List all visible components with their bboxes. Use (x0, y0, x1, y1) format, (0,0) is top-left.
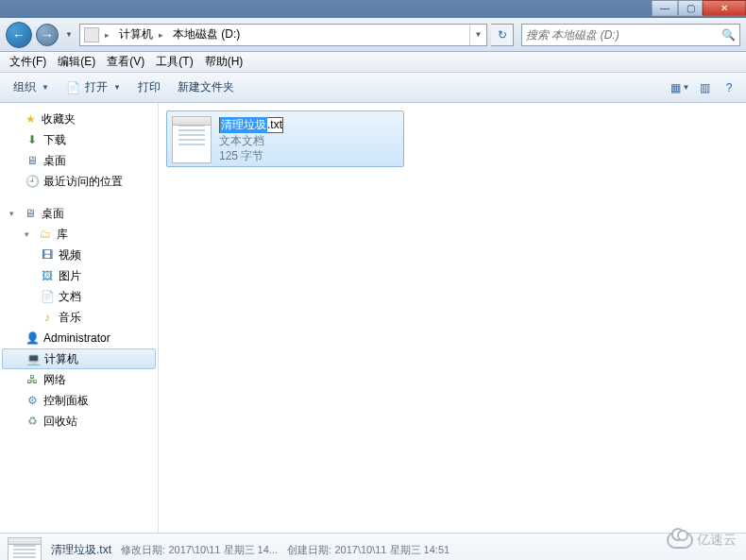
command-toolbar: 组织▼ 📄打开▼ 打印 新建文件夹 ▦▼ ▥ ? (0, 73, 746, 103)
sidebar-item-music[interactable]: ♪音乐 (0, 307, 158, 328)
watermark-text: 亿速云 (697, 532, 737, 549)
menu-bar: 文件(F) 编辑(E) 查看(V) 工具(T) 帮助(H) (0, 52, 746, 73)
sidebar-item-pictures[interactable]: 🖼图片 (0, 265, 158, 286)
nav-history-dropdown[interactable]: ▼ (62, 25, 76, 44)
search-input[interactable] (526, 28, 718, 42)
file-item-selected[interactable]: 清理垃圾.txt 文本文档 125 字节 (166, 110, 404, 167)
navigation-bar: ← → ▼ ▸ 计算机▸ 本地磁盘 (D:) ▼ ↻ 🔍 (0, 18, 746, 52)
sidebar-item-libraries[interactable]: ▾🗂库 (0, 224, 158, 245)
file-list[interactable]: 清理垃圾.txt 文本文档 125 字节 (159, 103, 746, 533)
details-modified-value: 2017\10\11 星期三 14... (168, 544, 278, 555)
desktop-icon: 🖥 (23, 206, 38, 221)
computer-icon: 💻 (25, 351, 41, 366)
address-dropdown[interactable]: ▼ (469, 25, 486, 45)
user-icon: 👤 (25, 331, 40, 346)
refresh-button[interactable]: ↻ (491, 24, 514, 46)
help-button[interactable]: ? (718, 77, 740, 98)
view-options-button[interactable]: ▦▼ (669, 77, 691, 98)
library-icon: 🗂 (38, 227, 53, 242)
video-icon: 🎞 (40, 247, 55, 263)
sidebar-item-network[interactable]: 🖧网络 (0, 369, 158, 390)
minimize-button[interactable]: — (652, 0, 678, 16)
menu-help[interactable]: 帮助(H) (199, 52, 249, 72)
recyclebin-icon: ♻ (25, 414, 40, 429)
file-rename-input[interactable]: 清理垃圾.txt (219, 117, 283, 133)
sidebar-item-videos[interactable]: 🎞视频 (0, 245, 158, 265)
address-bar[interactable]: ▸ 计算机▸ 本地磁盘 (D:) ▼ (79, 24, 487, 46)
sidebar-item-controlpanel[interactable]: ⚙控制面板 (0, 390, 158, 411)
music-icon: ♪ (40, 310, 55, 325)
document-icon: 📄 (40, 289, 55, 304)
file-type-label: 文本文档 (219, 133, 398, 148)
details-created-label: 创建日期: (287, 544, 331, 555)
back-button[interactable]: ← (6, 22, 32, 48)
recent-icon: 🕘 (25, 174, 40, 189)
drive-icon (84, 27, 99, 42)
window-titlebar: — ▢ ✕ (0, 0, 746, 18)
preview-pane-button[interactable]: ▥ (693, 77, 716, 98)
maximize-button[interactable]: ▢ (678, 0, 703, 16)
main-area: ★收藏夹 ⬇下载 🖥桌面 🕘最近访问的位置 ▾🖥桌面 ▾🗂库 🎞视频 🖼图片 📄… (0, 103, 746, 533)
file-info: 清理垃圾.txt 文本文档 125 字节 (219, 116, 398, 161)
sidebar-desktop-root[interactable]: ▾🖥桌面 (0, 203, 158, 224)
open-button[interactable]: 📄打开▼ (59, 76, 128, 99)
menu-tools[interactable]: 工具(T) (150, 52, 198, 72)
newfolder-button[interactable]: 新建文件夹 (170, 76, 242, 99)
sidebar-item-recyclebin[interactable]: ♻回收站 (0, 411, 158, 432)
search-icon[interactable]: 🔍 (721, 28, 736, 42)
textfile-icon (172, 116, 212, 163)
sidebar-item-recent[interactable]: 🕘最近访问的位置 (0, 171, 158, 192)
close-button[interactable]: ✕ (703, 0, 746, 16)
menu-view[interactable]: 查看(V) (101, 52, 150, 72)
sidebar-item-desktop[interactable]: 🖥桌面 (0, 150, 158, 171)
picture-icon: 🖼 (40, 268, 55, 283)
star-icon: ★ (23, 111, 38, 127)
forward-button[interactable]: → (36, 24, 59, 46)
details-created-value: 2017\10\11 星期三 14:51 (334, 544, 449, 555)
details-modified-label: 修改日期: (121, 544, 165, 555)
sidebar-favorites[interactable]: ★收藏夹 (0, 109, 158, 129)
window-buttons: — ▢ ✕ (652, 0, 746, 16)
menu-edit[interactable]: 编辑(E) (52, 52, 101, 72)
sidebar-item-documents[interactable]: 📄文档 (0, 286, 158, 307)
breadcrumb-computer[interactable]: 计算机▸ (115, 25, 169, 45)
sidebar-item-computer[interactable]: 💻计算机 (2, 348, 156, 369)
watermark: 亿速云 (667, 532, 737, 549)
sidebar-item-administrator[interactable]: 👤Administrator (0, 328, 158, 348)
details-pane: 清理垃圾.txt 修改日期: 2017\10\11 星期三 14... 创建日期… (0, 533, 746, 560)
controlpanel-icon: ⚙ (25, 393, 40, 408)
organize-button[interactable]: 组织▼ (6, 76, 57, 99)
breadcrumb-drive-d[interactable]: 本地磁盘 (D:) (169, 25, 244, 45)
notepad-icon: 📄 (66, 80, 81, 95)
file-rename-row: 清理垃圾.txt (219, 116, 398, 133)
desktop-icon: 🖥 (25, 153, 40, 168)
details-file-name: 清理垃圾.txt (51, 543, 111, 556)
cloud-icon (667, 532, 693, 549)
sidebar-item-downloads[interactable]: ⬇下载 (0, 129, 158, 150)
network-icon: 🖧 (25, 372, 40, 387)
file-size-label: 125 字节 (219, 148, 398, 163)
search-box[interactable]: 🔍 (521, 24, 740, 46)
print-button[interactable]: 打印 (130, 76, 168, 99)
menu-file[interactable]: 文件(F) (4, 52, 52, 72)
navigation-sidebar[interactable]: ★收藏夹 ⬇下载 🖥桌面 🕘最近访问的位置 ▾🖥桌面 ▾🗂库 🎞视频 🖼图片 📄… (0, 103, 159, 533)
details-file-icon (8, 537, 42, 560)
download-icon: ⬇ (25, 132, 40, 147)
